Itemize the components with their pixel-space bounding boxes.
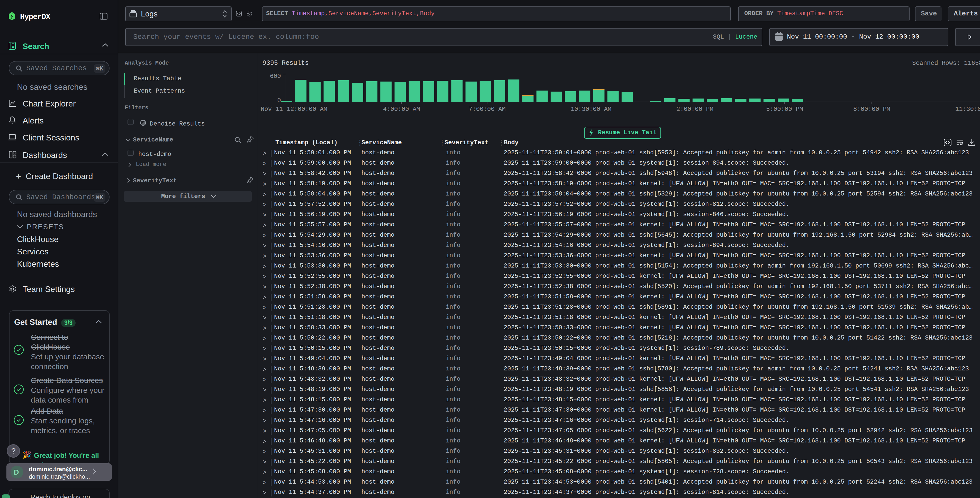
svg-text:4:00:00 AM: 4:00:00 AM bbox=[383, 106, 420, 113]
svg-text:5:00:00 PM: 5:00:00 PM bbox=[766, 106, 803, 113]
svg-text:0: 0 bbox=[277, 97, 281, 104]
svg-text:600: 600 bbox=[270, 73, 281, 80]
svg-text:11:30:00 PM: 11:30:00 PM bbox=[955, 106, 980, 113]
svg-text:2:00:00 PM: 2:00:00 PM bbox=[676, 106, 713, 113]
svg-text:10:30:00 AM: 10:30:00 AM bbox=[571, 106, 611, 113]
svg-text:Nov 11 12:00:00 AM: Nov 11 12:00:00 AM bbox=[261, 106, 327, 113]
svg-text:8:00:00 PM: 8:00:00 PM bbox=[853, 106, 890, 113]
svg-text:7:00:00 AM: 7:00:00 AM bbox=[469, 106, 506, 113]
